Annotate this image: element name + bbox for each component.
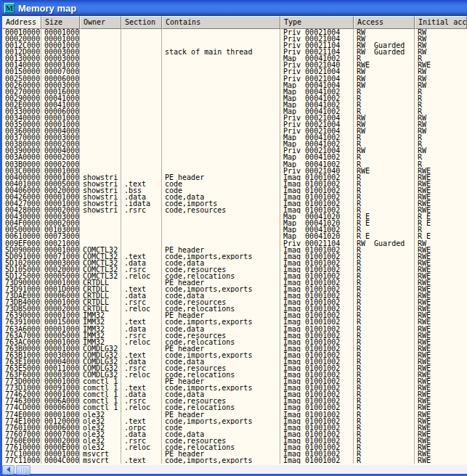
table-row[interactable]: 77C110000004C000msvcrt.textcode,imports,…: [2, 457, 467, 464]
table-row[interactable]: 73D9000000001000CRTDLLPE headerImag 0100…: [2, 279, 467, 286]
cell-access: R: [354, 161, 415, 168]
cell-owner: [80, 29, 121, 36]
table-row[interactable]: 5D10500000020000COMCTL32.rsrccode,resour…: [2, 266, 467, 273]
cell-contains: [162, 115, 280, 121]
table-row[interactable]: 763AC00000001000IMM32.reloccode,relocati…: [2, 339, 467, 345]
table-row[interactable]: 0033000000006000Map 00041002RR: [2, 108, 467, 115]
table-row[interactable]: 003A000000002000Map 00041002RR: [2, 154, 467, 160]
table-row[interactable]: 0043000000003000Map 00041020R ER E: [2, 213, 467, 220]
table-row[interactable]: 0042800000002000showstri.rsrccode,resour…: [2, 207, 467, 213]
table-row[interactable]: 5D12500000005000COMCTL32.reloccode,reloc…: [2, 273, 467, 279]
table-row[interactable]: 7639000000001000IMM32PE headerImag 01001…: [2, 312, 467, 319]
table-row[interactable]: 73DB400000001000CRTDLL.rsrccode,resource…: [2, 299, 467, 305]
cell-type: Imag 01001002: [280, 207, 354, 213]
table-row[interactable]: 0034000000001000Priv 00021004RWRW: [2, 115, 467, 121]
table-row[interactable]: 73DAE00000006000CRTDLL.datacode,dataImag…: [2, 292, 467, 299]
table-row[interactable]: 7746200000001000comctl_1.datacode,dataIm…: [2, 391, 467, 398]
table-row[interactable]: 763A700000005000IMM32.rsrccode,resources…: [2, 332, 467, 339]
table-row[interactable]: 0038000000002000Map 00041002RR: [2, 141, 467, 147]
table-row[interactable]: 763B000000001000COMDLG32PE headerImag 01…: [2, 345, 467, 352]
table-row[interactable]: 0040100000005000showstri.textcodeImag 01…: [2, 181, 467, 187]
table-row[interactable]: 0035000000001000Priv 00021004RWRW: [2, 121, 467, 128]
table-row[interactable]: 003C000000001000Priv 00021040RWERWE: [2, 168, 467, 174]
horizontal-scrollbar[interactable]: [2, 465, 467, 476]
column-header-address[interactable]: Address: [2, 16, 41, 29]
table-row[interactable]: 5D10200000003000COMCTL32.datacode,dataIm…: [2, 260, 467, 266]
column-header-initial_access[interactable]: Initial acc: [415, 16, 467, 29]
cell-type: Imag 01001002: [280, 319, 354, 325]
cell-size: 00001000: [41, 121, 80, 128]
scroll-left-button[interactable]: [2, 465, 15, 475]
cell-owner: COMDLG32: [80, 365, 121, 372]
table-row[interactable]: 7760E00000002000ole32.rsrccode,resources…: [2, 438, 467, 444]
cell-initial_access: R: [415, 102, 467, 108]
table-row[interactable]: 0025000000006000Priv 00021004RWRW: [2, 75, 467, 82]
table-row[interactable]: 0050000000103000Map 00041002RR: [2, 226, 467, 233]
table-row[interactable]: 73D910000001D000CRTDLL.textcode,imports,…: [2, 286, 467, 292]
table-row[interactable]: 0012D00000003000stack of main threadPriv…: [2, 49, 467, 55]
cell-address: 00400000: [2, 174, 41, 181]
table-row[interactable]: 5D09100000071000COMCTL32.textcode,import…: [2, 253, 467, 260]
column-header-owner[interactable]: Owner: [80, 16, 121, 29]
scrollbar-thumb[interactable]: [16, 465, 31, 475]
table-row[interactable]: 0040600000020000showstri.bsscodeImag 010…: [2, 187, 467, 194]
table-row[interactable]: 763F600000003000COMDLG32.reloccode,reloc…: [2, 372, 467, 378]
cell-address: 5D102000: [2, 260, 41, 266]
table-row[interactable]: 009EF00000021000Priv 00021104RW GuardedR…: [2, 240, 467, 247]
table-row[interactable]: 004F000000002000Map 00041020R ER E: [2, 220, 467, 226]
table-row[interactable]: 763A600000001000IMM32.datacode,dataImag …: [2, 326, 467, 332]
cell-type: Imag 01001002: [280, 174, 354, 181]
table-row[interactable]: 0027000000016000Map 00041002RR: [2, 89, 467, 95]
table-row[interactable]: 776100000000E000ole32.reloccode,relocati…: [2, 444, 467, 451]
cell-address: 73DB5000: [2, 305, 41, 312]
column-header-access[interactable]: Access: [354, 16, 415, 29]
table-row[interactable]: 0029000000041000Map 00041002RR: [2, 95, 467, 102]
table-row[interactable]: 0037000000003000Map 00041002RR: [2, 134, 467, 141]
table-row[interactable]: 5D09000000001000COMCTL32PE headerImag 01…: [2, 247, 467, 253]
table-row[interactable]: 0042700000001000showstri.idatacode,impor…: [2, 200, 467, 207]
table-row[interactable]: 0026000000003000Map 00041004RWRW: [2, 82, 467, 89]
table-row[interactable]: 0002000000001000Priv 00021004RWRW: [2, 36, 467, 42]
column-header-size[interactable]: Size: [41, 16, 80, 29]
table-row[interactable]: 774CD00000006000comctl_1.reloccode,reloc…: [2, 404, 467, 411]
table-row[interactable]: 0013000000003000Map 00041002RR: [2, 55, 467, 62]
cell-type: Map 00041002: [280, 154, 354, 160]
table-row[interactable]: 73DB500000002000CRTDLL.reloccode,relocat…: [2, 305, 467, 312]
cell-access: R: [354, 226, 415, 233]
cell-type: Priv 00021004: [280, 147, 354, 154]
table-row[interactable]: 77C1000000001000msvcrtPE headerImag 0100…: [2, 451, 467, 457]
table-row[interactable]: 0012C00000001000Priv 00021104RW GuardedR…: [2, 42, 467, 49]
table-row[interactable]: 0036000000004000Priv 00021004RWRW: [2, 128, 467, 134]
table-row[interactable]: 0015000000007000Priv 00021004RWRW: [2, 68, 467, 75]
title-bar[interactable]: M Memory map: [2, 0, 467, 16]
table-row[interactable]: 0014000000001000Priv 00021040RWERWE: [2, 62, 467, 68]
column-header-section[interactable]: Section: [121, 16, 162, 29]
table-row[interactable]: 7760100000006000ole32.orpccodeImag 01001…: [2, 424, 467, 431]
cell-owner: [80, 128, 121, 134]
column-header-type[interactable]: Type: [280, 16, 354, 29]
table-row[interactable]: 0042600000001000showstri.datacode,dataIm…: [2, 194, 467, 200]
table-row[interactable]: 0061000000073000Map 00041020R ER E: [2, 233, 467, 239]
table-row[interactable]: 7760700000007000ole32.datacode,dataImag …: [2, 431, 467, 438]
table-row[interactable]: 763B100000030000COMDLG32.textcode,import…: [2, 352, 467, 358]
table-row[interactable]: 002E000000041000Map 00041002RR: [2, 102, 467, 108]
table-row[interactable]: 763E500000011000COMDLG32.rsrccode,resour…: [2, 365, 467, 372]
cell-section: .rsrc: [121, 365, 162, 372]
cell-access: R: [354, 312, 415, 319]
cell-access: R: [354, 319, 415, 325]
table-row[interactable]: 773D100000091000comctl_1.textcode,import…: [2, 385, 467, 391]
table-row[interactable]: 763E100000004000COMDLG32.datacode,dataIm…: [2, 358, 467, 365]
cell-section: .rsrc: [121, 332, 162, 339]
table-row[interactable]: 003B000000002000Map 00041002RR: [2, 161, 467, 168]
cell-owner: [80, 102, 121, 108]
column-header-contains[interactable]: Contains: [162, 16, 280, 29]
cell-initial_access: RWE: [415, 457, 467, 464]
table-row[interactable]: 0040000000001000showstriPE headerImag 01…: [2, 174, 467, 181]
table-row[interactable]: 7639100000015000IMM32.textcode,imports,e…: [2, 319, 467, 325]
table-row[interactable]: 774E100000120000ole32.textcode,imports,e…: [2, 418, 467, 424]
table-row[interactable]: 0001000000001000Priv 00021004RWRW: [2, 29, 467, 36]
table-row[interactable]: 773D000000001000comctl_1PE headerImag 01…: [2, 378, 467, 385]
table-row[interactable]: 774E000000001000ole32PE headerImag 01001…: [2, 411, 467, 418]
table-row[interactable]: 774630000006A000comctl_1.rsrccode,resour…: [2, 398, 467, 404]
table-row[interactable]: 0039000000004000Priv 00021004RWRW: [2, 147, 467, 154]
